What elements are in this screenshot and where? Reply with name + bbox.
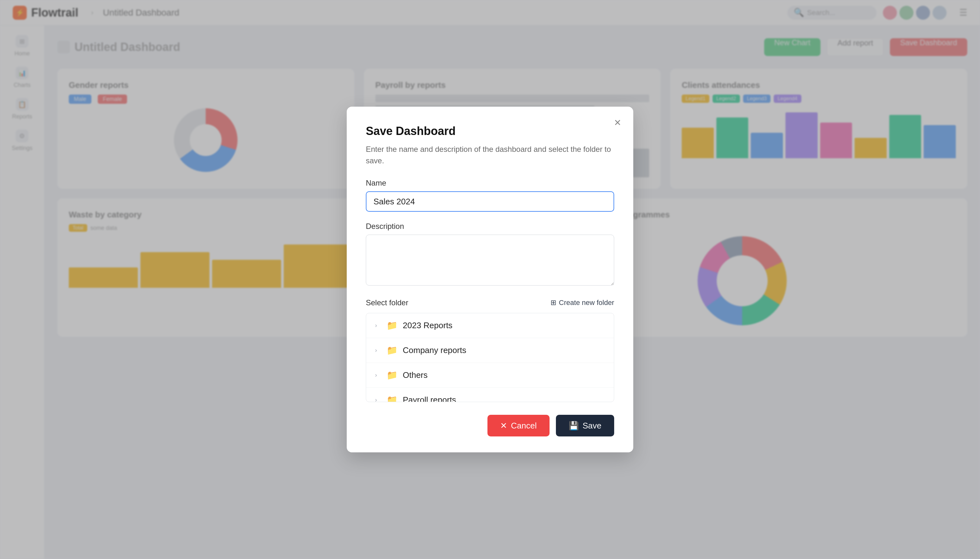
folder-name-company: Company reports <box>403 346 466 355</box>
description-textarea[interactable] <box>366 235 614 286</box>
name-label: Name <box>366 179 614 187</box>
folder-icon-company: 📁 <box>387 345 398 356</box>
create-folder-link[interactable]: ⊞ Create new folder <box>550 299 614 307</box>
close-icon: ✕ <box>614 117 621 128</box>
folder-list: › 📁 2023 Reports › 📁 Company reports › 📁… <box>366 313 614 402</box>
select-folder-label: Select folder <box>366 298 408 307</box>
folder-name-others: Others <box>403 370 428 380</box>
save-button[interactable]: 💾 Save <box>556 415 614 437</box>
folder-icon-others: 📁 <box>387 370 398 380</box>
modal-overlay: ✕ Save Dashboard Enter the name and desc… <box>0 0 980 559</box>
chevron-right-icon-payroll: › <box>375 397 382 402</box>
folder-item-others[interactable]: › 📁 Others <box>366 363 614 388</box>
folder-item-payroll[interactable]: › 📁 Payroll reports <box>366 388 614 402</box>
modal-title: Save Dashboard <box>366 124 614 138</box>
chevron-right-icon-others: › <box>375 372 382 379</box>
description-label: Description <box>366 222 614 231</box>
close-button[interactable]: ✕ <box>610 116 625 129</box>
folder-name-payroll: Payroll reports <box>403 395 456 402</box>
name-input[interactable] <box>366 191 614 212</box>
folder-name-2023: 2023 Reports <box>403 321 453 331</box>
folder-icon-payroll: 📁 <box>387 395 398 402</box>
folder-icon-2023: 📁 <box>387 320 398 331</box>
create-folder-label: Create new folder <box>559 299 614 307</box>
folder-item-company[interactable]: › 📁 Company reports <box>366 338 614 363</box>
folder-item-2023[interactable]: › 📁 2023 Reports <box>366 313 614 338</box>
cancel-label: Cancel <box>511 421 537 431</box>
create-folder-icon: ⊞ <box>550 299 556 307</box>
save-dashboard-modal: ✕ Save Dashboard Enter the name and desc… <box>347 107 633 452</box>
modal-subtitle: Enter the name and description of the da… <box>366 144 614 167</box>
chevron-right-icon-company: › <box>375 347 382 354</box>
cancel-button[interactable]: ✕ Cancel <box>488 415 550 437</box>
save-icon: 💾 <box>568 421 579 431</box>
modal-footer: ✕ Cancel 💾 Save <box>366 415 614 437</box>
chevron-right-icon-2023: › <box>375 322 382 329</box>
cancel-icon: ✕ <box>500 421 507 431</box>
save-label: Save <box>583 421 602 431</box>
